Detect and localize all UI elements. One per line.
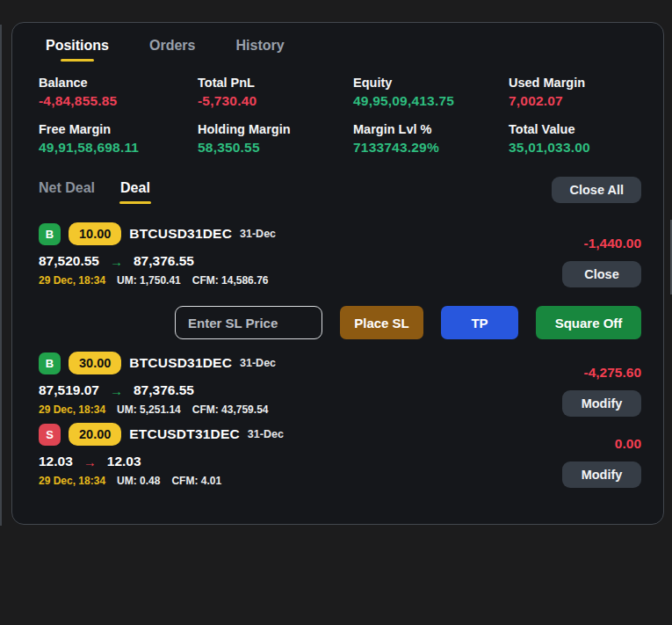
open-price: 12.03 (39, 454, 73, 469)
timestamp: 29 Dec, 18:34 (39, 403, 105, 416)
open-price: 87,519.07 (39, 382, 99, 398)
stat-total-pnl: Total PnL -5,730.40 (198, 76, 353, 109)
positions-panel: Positions Orders History Balance -4,84,8… (11, 22, 664, 525)
main-tabs: Positions Orders History (27, 38, 641, 62)
stat-value: 49,91,58,698.11 (39, 140, 198, 156)
arrow-right-icon: → (110, 254, 123, 269)
tp-button[interactable]: TP (441, 306, 518, 339)
sl-controls-row: Place SL TP Square Off (27, 306, 641, 339)
position-row-1: B 10.00 BTCUSD31DEC 31-Dec 87,520.55 → 8… (27, 222, 641, 287)
stat-total-value: Total Value 35,01,033.00 (509, 122, 641, 156)
stat-label: Total PnL (198, 76, 353, 90)
position-header: S 20.00 ETCUSDT31DEC 31-Dec (39, 423, 562, 446)
current-price: 87,376.55 (134, 253, 194, 269)
used-margin-value: UM: 0.48 (117, 475, 160, 487)
stat-label: Total Value (509, 122, 641, 136)
position-row-3: S 20.00 ETCUSDT31DEC 31-Dec 12.03 → 12.0… (27, 423, 641, 488)
place-sl-button[interactable]: Place SL (340, 306, 423, 339)
position-actions: -1,440.00 Close (562, 222, 641, 287)
cfm-value: CFM: 14,586.76 (192, 274, 269, 287)
tab-positions[interactable]: Positions (46, 38, 109, 62)
timestamp: 29 Dec, 18:34 (39, 274, 105, 287)
current-price: 87,376.55 (134, 382, 194, 398)
open-price: 87,520.55 (39, 253, 99, 269)
price-row: 87,520.55 → 87,376.55 (39, 253, 562, 269)
position-meta: 29 Dec, 18:34 UM: 5,251.14 CFM: 43,759.5… (39, 403, 562, 416)
pnl-value: 0.00 (615, 436, 641, 452)
quantity-badge: 20.00 (69, 423, 121, 446)
stat-used-margin: Used Margin 7,002.07 (509, 76, 641, 109)
current-price: 12.03 (107, 454, 141, 469)
stat-value: 49,95,09,413.75 (353, 93, 509, 109)
account-stats: Balance -4,84,855.85 Total PnL -5,730.40… (27, 76, 641, 156)
stat-label: Equity (353, 76, 509, 90)
timestamp: 29 Dec, 18:34 (39, 475, 105, 487)
close-position-button[interactable]: Close (562, 261, 641, 287)
position-row-2: B 30.00 BTCUSD31DEC 31-Dec 87,519.07 → 8… (27, 352, 641, 417)
square-off-button[interactable]: Square Off (536, 306, 641, 339)
tab-history[interactable]: History (235, 38, 284, 62)
left-edge-divider (0, 25, 2, 526)
expiry-label: 31-Dec (240, 228, 276, 240)
stat-label: Used Margin (509, 76, 641, 90)
deal-tabs-bar: Net Deal Deal Close All (27, 177, 641, 207)
stat-label: Free Margin (39, 122, 198, 136)
stat-value: 7133743.29% (353, 140, 509, 156)
side-badge: B (39, 223, 61, 245)
tab-net-deal[interactable]: Net Deal (39, 180, 95, 204)
position-info: B 10.00 BTCUSD31DEC 31-Dec 87,520.55 → 8… (39, 222, 562, 287)
modify-position-button[interactable]: Modify (562, 390, 641, 417)
position-actions: -4,275.60 Modify (562, 352, 641, 417)
quantity-badge: 30.00 (69, 352, 121, 374)
position-header: B 30.00 BTCUSD31DEC 31-Dec (39, 352, 562, 374)
stat-label: Holding Margin (198, 122, 353, 136)
stat-label: Margin Lvl % (353, 122, 509, 136)
stat-value: 58,350.55 (198, 140, 353, 156)
stat-balance: Balance -4,84,855.85 (39, 76, 198, 109)
position-meta: 29 Dec, 18:34 UM: 1,750.41 CFM: 14,586.7… (39, 274, 562, 287)
tab-deal[interactable]: Deal (120, 180, 150, 204)
quantity-badge: 10.00 (69, 222, 121, 245)
stat-holding-margin: Holding Margin 58,350.55 (198, 122, 353, 156)
expiry-label: 31-Dec (240, 357, 276, 369)
side-badge: B (39, 352, 61, 374)
stat-free-margin: Free Margin 49,91,58,698.11 (39, 122, 198, 156)
modify-position-button[interactable]: Modify (562, 461, 641, 488)
stat-equity: Equity 49,95,09,413.75 (353, 76, 509, 109)
stat-value: -4,84,855.85 (39, 93, 198, 109)
cfm-value: CFM: 4.01 (171, 475, 221, 487)
side-badge: S (39, 424, 61, 446)
price-row: 87,519.07 → 87,376.55 (39, 382, 562, 398)
stat-value: 35,01,033.00 (509, 140, 641, 156)
symbol-label: BTCUSD31DEC (129, 226, 232, 242)
stat-margin-level: Margin Lvl % 7133743.29% (353, 122, 509, 156)
expiry-label: 31-Dec (248, 428, 284, 440)
arrow-right-icon: → (83, 454, 97, 469)
position-actions: 0.00 Modify (562, 423, 641, 488)
stat-value: 7,002.07 (509, 93, 641, 109)
used-margin-value: UM: 5,251.14 (117, 403, 181, 416)
symbol-label: ETCUSDT31DEC (129, 426, 240, 442)
symbol-label: BTCUSD31DEC (129, 355, 232, 371)
stat-label: Balance (39, 76, 198, 90)
pnl-value: -1,440.00 (584, 236, 642, 251)
price-row: 12.03 → 12.03 (39, 454, 562, 469)
close-all-button[interactable]: Close All (552, 177, 641, 203)
arrow-right-icon: → (110, 383, 123, 398)
stat-value: -5,730.40 (198, 93, 353, 109)
pnl-value: -4,275.60 (584, 365, 642, 381)
tab-orders[interactable]: Orders (149, 38, 195, 62)
position-info: B 30.00 BTCUSD31DEC 31-Dec 87,519.07 → 8… (39, 352, 562, 417)
position-header: B 10.00 BTCUSD31DEC 31-Dec (39, 222, 562, 245)
sl-price-input[interactable] (175, 306, 322, 339)
used-margin-value: UM: 1,750.41 (117, 274, 181, 287)
position-meta: 29 Dec, 18:34 UM: 0.48 CFM: 4.01 (39, 475, 562, 487)
position-info: S 20.00 ETCUSDT31DEC 31-Dec 12.03 → 12.0… (39, 423, 562, 488)
cfm-value: CFM: 43,759.54 (192, 403, 269, 416)
